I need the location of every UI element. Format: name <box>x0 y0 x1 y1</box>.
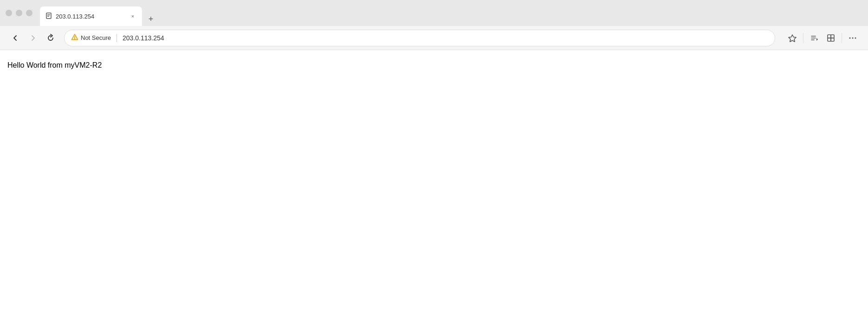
svg-rect-0 <box>46 13 51 19</box>
svg-marker-5 <box>789 35 796 42</box>
icon-divider-2 <box>842 33 842 43</box>
forward-button[interactable] <box>25 30 41 46</box>
svg-point-4 <box>75 39 75 39</box>
tab-page-icon <box>45 13 52 20</box>
security-status-text: Not Secure <box>81 34 111 41</box>
svg-rect-11 <box>831 35 834 38</box>
icon-divider-1 <box>803 33 803 43</box>
svg-rect-10 <box>828 35 831 38</box>
address-text: 203.0.113.254 <box>123 34 768 42</box>
address-bar-container: Not Secure 203.0.113.254 <box>64 30 775 46</box>
address-divider <box>117 34 117 42</box>
security-warning: Not Secure <box>71 33 111 42</box>
window-controls <box>6 10 32 16</box>
active-tab[interactable]: 203.0.113.254 × <box>40 6 142 26</box>
nav-right-icons <box>784 30 861 46</box>
page-body-text: Hello World from myVM2-R2 <box>7 61 861 70</box>
more-button[interactable] <box>845 30 861 46</box>
collections-button[interactable] <box>823 30 839 46</box>
nav-bar: Not Secure 203.0.113.254 <box>0 26 868 50</box>
warning-icon <box>71 33 78 42</box>
tab-bar: 203.0.113.254 × + <box>40 0 862 26</box>
close-window-button[interactable] <box>6 10 12 16</box>
bookmark-button[interactable] <box>784 30 800 46</box>
svg-marker-9 <box>816 38 818 41</box>
svg-rect-12 <box>828 38 831 41</box>
svg-rect-13 <box>831 38 834 41</box>
maximize-window-button[interactable] <box>26 10 32 16</box>
svg-point-16 <box>855 37 856 38</box>
title-bar: 203.0.113.254 × + <box>0 0 868 26</box>
reading-list-button[interactable] <box>806 30 822 46</box>
address-bar[interactable]: Not Secure 203.0.113.254 <box>64 30 775 46</box>
tab-title: 203.0.113.254 <box>56 13 125 20</box>
minimize-window-button[interactable] <box>16 10 22 16</box>
new-tab-button[interactable]: + <box>144 12 158 26</box>
back-button[interactable] <box>7 30 23 46</box>
reload-button[interactable] <box>43 30 58 46</box>
svg-point-15 <box>852 37 854 38</box>
tab-close-button[interactable]: × <box>129 13 136 20</box>
page-content: Hello World from myVM2-R2 <box>0 50 868 318</box>
svg-point-14 <box>849 37 851 38</box>
